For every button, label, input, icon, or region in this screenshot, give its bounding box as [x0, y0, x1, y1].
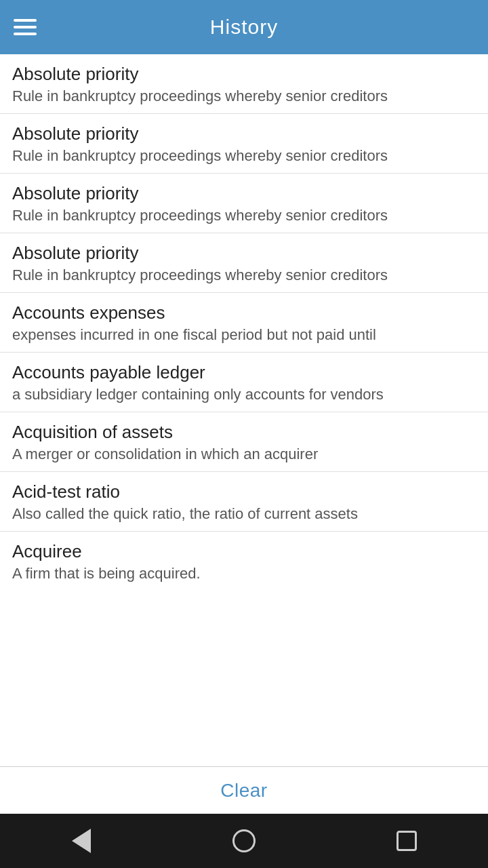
history-item-4[interactable]: Accounts expensesexpenses incurred in on… [0, 293, 488, 353]
item-desc-3: Rule in bankruptcy proceedings whereby s… [12, 267, 476, 284]
menu-bar-1 [14, 19, 37, 22]
history-item-1[interactable]: Absolute priorityRule in bankruptcy proc… [0, 114, 488, 174]
back-icon [72, 829, 91, 853]
item-desc-7: Also called the quick ratio, the ratio o… [12, 505, 476, 523]
page-title: History [41, 16, 447, 39]
history-item-8[interactable]: AcquireeA firm that is being acquired. [0, 532, 488, 591]
recents-button[interactable] [386, 821, 427, 861]
recents-icon [396, 831, 417, 851]
item-title-0: Absolute priority [12, 64, 476, 85]
item-desc-1: Rule in bankruptcy proceedings whereby s… [12, 147, 476, 165]
item-title-6: Acquisition of assets [12, 422, 476, 443]
header: History [0, 0, 488, 54]
back-button[interactable] [61, 821, 102, 861]
item-desc-5: a subsidiary ledger containing only acco… [12, 386, 476, 403]
item-desc-8: A firm that is being acquired. [12, 565, 476, 583]
clear-button[interactable]: Clear [220, 780, 267, 802]
item-desc-2: Rule in bankruptcy proceedings whereby s… [12, 207, 476, 224]
item-title-8: Acquiree [12, 541, 476, 562]
history-list: Absolute priorityRule in bankruptcy proc… [0, 54, 488, 766]
item-title-1: Absolute priority [12, 123, 476, 144]
item-title-3: Absolute priority [12, 243, 476, 264]
item-title-5: Accounts payable ledger [12, 362, 476, 383]
history-item-3[interactable]: Absolute priorityRule in bankruptcy proc… [0, 233, 488, 293]
nav-bar [0, 814, 488, 868]
item-title-2: Absolute priority [12, 183, 476, 204]
history-item-0[interactable]: Absolute priorityRule in bankruptcy proc… [0, 54, 488, 114]
item-desc-4: expenses incurred in one fiscal period b… [12, 326, 476, 344]
item-title-4: Accounts expenses [12, 302, 476, 323]
menu-button[interactable] [14, 19, 41, 35]
item-title-7: Acid-test ratio [12, 481, 476, 502]
item-desc-0: Rule in bankruptcy proceedings whereby s… [12, 87, 476, 105]
menu-bar-2 [14, 26, 37, 28]
history-item-7[interactable]: Acid-test ratioAlso called the quick rat… [0, 472, 488, 532]
history-item-2[interactable]: Absolute priorityRule in bankruptcy proc… [0, 174, 488, 233]
home-button[interactable] [224, 821, 264, 861]
home-icon [232, 829, 256, 852]
history-item-6[interactable]: Acquisition of assetsA merger or consoli… [0, 412, 488, 472]
footer: Clear [0, 766, 488, 814]
menu-bar-3 [14, 33, 37, 35]
item-desc-6: A merger or consolidation in which an ac… [12, 446, 476, 463]
history-item-5[interactable]: Accounts payable ledgera subsidiary ledg… [0, 353, 488, 412]
